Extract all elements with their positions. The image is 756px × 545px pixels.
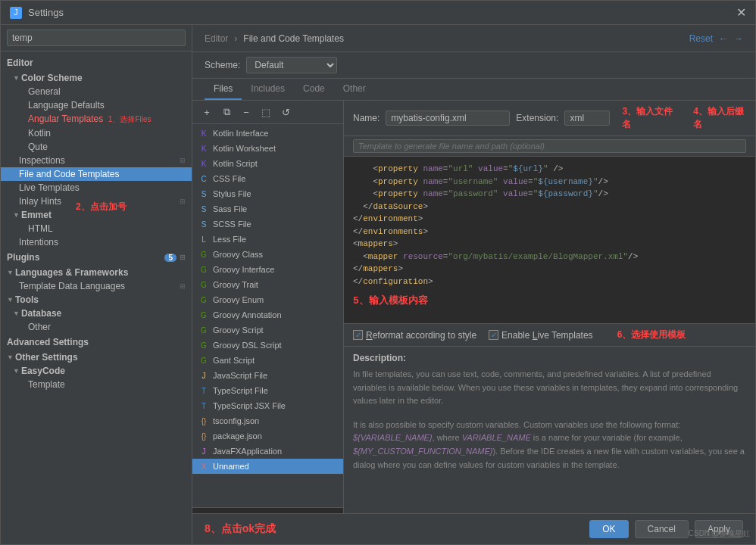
file-item-scss[interactable]: S SCSS File <box>192 216 343 232</box>
cancel-button[interactable]: Cancel <box>635 520 689 538</box>
code-line: <mapper resource="org/mybatis/example/Bl… <box>353 251 746 263</box>
tabs-bar: Files Includes Code Other <box>192 79 755 101</box>
editor-panel: Name: Extension: 3、输入文件名 4、输入后缀名 <box>344 101 755 513</box>
file-item-groovy-interface[interactable]: G Groovy Interface <box>192 262 343 277</box>
kotlin-icon3: K <box>198 158 209 169</box>
kotlin-icon2: K <box>198 143 209 154</box>
file-item-gant[interactable]: G Gant Script <box>192 353 343 368</box>
ok-button[interactable]: OK <box>589 520 628 538</box>
sidebar-item-html[interactable]: HTML <box>1 222 192 235</box>
tab-files[interactable]: Files <box>205 79 242 100</box>
content-area: + ⧉ − ⬚ ↺ K Kotlin Interface K Kotl <box>192 101 755 513</box>
sidebar-item-advanced-settings[interactable]: Advanced Settings <box>1 334 192 350</box>
tab-other[interactable]: Other <box>334 79 375 100</box>
file-item-unnamed[interactable]: X Unnamed <box>192 459 343 474</box>
remove-template-button[interactable]: − <box>238 104 255 120</box>
search-input[interactable] <box>7 30 186 46</box>
reset-template-button[interactable]: ↺ <box>277 104 294 120</box>
file-item-groovy-dsl[interactable]: G Groovy DSL Script <box>192 338 343 353</box>
file-item-less[interactable]: L Less File <box>192 232 343 247</box>
less-icon: L <box>198 234 209 244</box>
sidebar-item-template[interactable]: Template <box>1 378 192 391</box>
back-button[interactable]: ← <box>719 33 728 44</box>
file-item-groovy-class[interactable]: G Groovy Class <box>192 247 343 262</box>
filename-input[interactable] <box>353 139 746 153</box>
copy-template-button[interactable]: ⧉ <box>218 104 235 120</box>
sidebar-item-label: EasyCode <box>21 366 65 376</box>
chevron-right-icon3: ▼ <box>7 269 14 276</box>
sidebar-item-color-scheme[interactable]: ▼ Color Scheme <box>1 71 192 85</box>
sidebar-item-languages-frameworks[interactable]: ▼ Languages & Frameworks <box>1 266 192 279</box>
tab-includes[interactable]: Includes <box>242 79 294 100</box>
add-template-button[interactable]: + <box>198 104 215 120</box>
close-button[interactable]: ✕ <box>736 5 746 20</box>
reset-button[interactable]: Reset <box>689 33 713 44</box>
tab-code[interactable]: Code <box>294 79 334 100</box>
name-input[interactable] <box>386 111 510 126</box>
extension-input[interactable] <box>564 111 610 126</box>
code-line: <property name="url" value="${url}" /> <box>353 163 746 176</box>
file-item-groovy-trait[interactable]: G Groovy Trait <box>192 277 343 292</box>
scheme-select[interactable]: Default Project <box>246 57 337 73</box>
sidebar-item-easycode[interactable]: ▼ EasyCode <box>1 364 192 378</box>
sidebar-item-other-db[interactable]: Other <box>1 320 192 334</box>
sidebar-item-tools[interactable]: ▼ Tools <box>1 293 192 307</box>
sidebar-content: Editor ▼ Color Scheme General Language D… <box>1 51 192 544</box>
sidebar-item-general[interactable]: General <box>1 85 192 98</box>
file-item-javafx[interactable]: J JavaFXApplication <box>192 444 343 459</box>
groovy-icon6: G <box>198 325 209 335</box>
file-item-tsconfig[interactable]: {} tsconfig.json <box>192 413 343 428</box>
file-item-groovy-annotation[interactable]: G Groovy Annotation <box>192 307 343 322</box>
file-item-stylus[interactable]: S Stylus File <box>192 186 343 201</box>
sidebar-item-database[interactable]: ▼ Database <box>1 307 192 320</box>
file-item-package-json[interactable]: {} package.json <box>192 428 343 444</box>
stylus-icon: S <box>198 188 209 199</box>
code-line: </environment> <box>353 213 746 226</box>
groovy-icon3: G <box>198 279 209 290</box>
code-line: </configuration> <box>353 276 746 288</box>
sidebar-item-live-templates[interactable]: Live Templates <box>1 181 192 195</box>
annotation-ext: 4、输入后缀名 <box>693 105 746 131</box>
horizontal-scrollbar[interactable] <box>192 507 343 513</box>
file-item-javascript[interactable]: J JavaScript File <box>192 368 343 383</box>
sidebar-item-language-defaults[interactable]: Language Defaults <box>1 98 192 112</box>
code-editor[interactable]: <property name="url" value="${url}" /> <… <box>344 157 755 323</box>
file-item-sass[interactable]: S Sass File <box>192 201 343 216</box>
sidebar-item-inlay-hints[interactable]: Inlay Hints ⊞ <box>1 195 192 208</box>
reformat-checkbox[interactable]: ✓ Reformat according to style <box>353 330 476 341</box>
live-templates-label: Enable Live Templates <box>501 330 593 341</box>
sidebar-item-template-data-languages[interactable]: Template Data Languages ⊞ <box>1 279 192 293</box>
sidebar-item-inspections[interactable]: Inspections ⊞ <box>1 154 192 167</box>
live-templates-checkbox[interactable]: ✓ Enable Live Templates <box>489 330 593 341</box>
file-item-groovy-script[interactable]: G Groovy Script <box>192 322 343 338</box>
file-item-kotlin-script[interactable]: K Kotlin Script <box>192 156 343 171</box>
code-line: <mappers> <box>353 238 746 251</box>
groovy-icon7: G <box>198 340 209 350</box>
file-item-kotlin-interface[interactable]: K Kotlin Interface <box>192 126 343 141</box>
app-icon: J <box>10 7 22 19</box>
dialog-body: Editor ▼ Color Scheme General Language D… <box>1 25 755 544</box>
groovy-icon4: G <box>198 294 209 305</box>
sidebar-item-intentions[interactable]: Intentions <box>1 235 192 249</box>
file-item-css[interactable]: C CSS File <box>192 171 343 186</box>
sidebar-item-editor[interactable]: Editor <box>1 54 192 71</box>
sidebar-item-other-settings[interactable]: ▼ Other Settings <box>1 350 192 364</box>
sidebar-item-plugins[interactable]: Plugins 5 ⊞ <box>1 249 192 266</box>
file-item-kotlin-worksheet[interactable]: K Kotlin Worksheet <box>192 141 343 156</box>
filename-row <box>344 136 755 157</box>
sidebar-item-angular-templates[interactable]: Angular Templates 1、选择Files <box>1 112 192 126</box>
sidebar-item-file-code-templates[interactable]: File and Code Templates <box>1 167 192 181</box>
annotation-content: 5、输入模板内容 <box>353 294 746 309</box>
forward-button[interactable]: → <box>734 33 743 44</box>
file-item-typescript[interactable]: T TypeScript File <box>192 383 343 398</box>
sidebar-item-kotlin[interactable]: Kotlin <box>1 126 192 140</box>
move-template-button[interactable]: ⬚ <box>258 104 274 120</box>
annotation-name: 3、输入文件名 <box>622 105 675 131</box>
bottom-bar: 8、点击ok完成 OK Cancel Apply <box>192 513 755 544</box>
main-header: Editor › File and Code Templates Reset ←… <box>192 25 755 52</box>
sidebar-item-emmet[interactable]: ▼ Emmet <box>1 208 192 222</box>
file-item-typescript-jsx[interactable]: T TypeScript JSX File <box>192 398 343 413</box>
sidebar-item-qute[interactable]: Qute <box>1 140 192 154</box>
sidebar-item-label: Languages & Frameworks <box>15 267 128 278</box>
file-item-groovy-enum[interactable]: G Groovy Enum <box>192 292 343 307</box>
